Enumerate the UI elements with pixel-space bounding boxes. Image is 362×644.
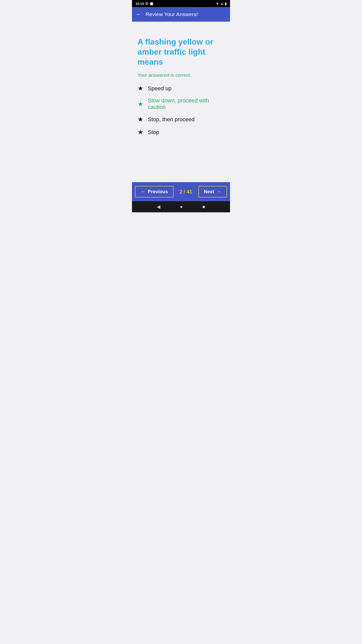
status-icon-circle: ⊙ <box>145 2 148 6</box>
signal-icon: ▲ <box>220 2 223 6</box>
star-icon-4: ★ <box>138 128 143 136</box>
star-icon-3: ★ <box>138 115 143 123</box>
question-text: A flashing yellow or amber traffic light… <box>138 37 224 67</box>
system-back-button[interactable]: ◀ <box>157 204 160 210</box>
answer-text-4: Stop <box>148 129 159 136</box>
answer-text-3: Stop, then proceed <box>148 116 195 123</box>
next-arrow-icon: → <box>217 189 221 194</box>
answer-item-1: ★ Speed up <box>138 85 224 92</box>
status-icon-memo: ▦ <box>150 2 153 6</box>
previous-arrow-icon: ← <box>141 189 145 194</box>
header-title: Review Your Answers! <box>146 11 198 17</box>
star-icon-1: ★ <box>138 85 143 92</box>
answer-text-2: Slow down, proceed with caution <box>148 97 224 110</box>
status-time: 10:14 <box>135 2 144 6</box>
answer-item-4: ★ Stop <box>138 128 224 136</box>
correct-label: Your answered is correct. <box>138 72 224 78</box>
status-bar: 10:14 ⊙ ▦ ▼ ▲ ▮ <box>132 0 230 7</box>
page-indicator: 2 / 41 <box>180 189 192 195</box>
next-label: Next <box>204 189 214 194</box>
previous-label: Previous <box>148 189 168 194</box>
battery-icon: ▮ <box>225 2 227 6</box>
main-content: A flashing yellow or amber traffic light… <box>132 22 230 182</box>
answer-item-2: ★ Slow down, proceed with caution <box>138 97 224 110</box>
system-nav-bar: ◀ ● ■ <box>132 201 230 212</box>
star-icon-2: ★ <box>138 100 143 108</box>
status-right: ▼ ▲ ▮ <box>216 2 227 6</box>
status-left: 10:14 ⊙ ▦ <box>135 2 153 6</box>
next-button[interactable]: Next → <box>198 186 227 197</box>
wifi-icon: ▼ <box>216 2 219 6</box>
system-recents-button[interactable]: ■ <box>202 204 205 210</box>
answer-list: ★ Speed up ★ Slow down, proceed with cau… <box>138 85 224 136</box>
app-header: ← Review Your Answers! <box>132 7 230 22</box>
bottom-nav-bar: ← Previous 2 / 41 Next → <box>132 182 230 201</box>
previous-button[interactable]: ← Previous <box>135 186 173 197</box>
answer-item-3: ★ Stop, then proceed <box>138 115 224 123</box>
answer-text-1: Speed up <box>148 85 171 92</box>
system-home-button[interactable]: ● <box>180 204 183 210</box>
back-button[interactable]: ← <box>136 11 142 18</box>
